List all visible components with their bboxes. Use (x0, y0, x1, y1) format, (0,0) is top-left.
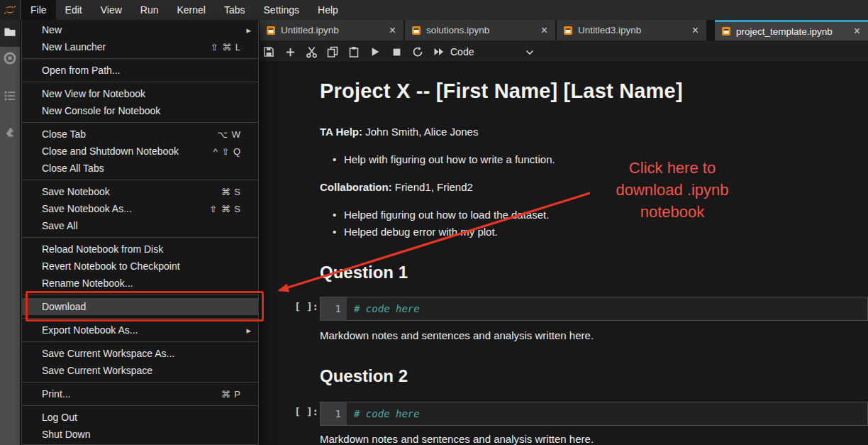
menu-item-close-and-shutdown-notebook[interactable]: Close and Shutdown Notebook ^ ⇧ Q (22, 143, 258, 160)
tab-solutions-ipynb[interactable]: solutions.ipynb × (405, 20, 555, 40)
cut-cells-icon[interactable] (303, 43, 320, 60)
paste-cells-icon[interactable] (345, 43, 362, 60)
menu-separator (22, 82, 258, 82)
tab-untitled-ipynb[interactable]: Untitled.ipynb × (260, 20, 404, 40)
markdown-cell[interactable]: Markdown notes and sentences and analysi… (320, 433, 594, 445)
file-menu-dropdown: New ▸ New Launcher ⇧ ⌘ L Open from Path.… (21, 20, 259, 445)
close-icon[interactable]: × (387, 24, 398, 37)
menu-item-print[interactable]: Print... ⌘ P (22, 385, 258, 402)
bullet-icon: • (333, 226, 344, 238)
menu-item-new-launcher[interactable]: New Launcher ⇧ ⌘ L (22, 38, 258, 55)
menu-file[interactable]: File (21, 0, 56, 20)
menu-item-reload-notebook-from-disk[interactable]: Reload Notebook from Disk (22, 241, 258, 258)
question-2-heading: Question 2 (320, 366, 408, 386)
markdown-cell[interactable]: Markdown notes and sentences and analysi… (320, 329, 594, 341)
close-icon[interactable]: × (690, 24, 701, 37)
menu-separator (22, 122, 258, 123)
menu-separator (22, 405, 258, 406)
notebook-icon (721, 26, 731, 36)
code-cell[interactable]: 1 # code here (320, 402, 868, 426)
menu-item-export-notebook-as[interactable]: Export Notebook As... ▸ (22, 322, 258, 339)
tab-untitled3-ipynb[interactable]: Untitled3.ipynb × (557, 20, 706, 40)
run-all-cells-icon[interactable] (430, 43, 447, 60)
notebook-icon (266, 26, 276, 35)
menu-help[interactable]: Help (308, 0, 347, 20)
line-number: 1 (321, 297, 347, 320)
notebook-title: Project X -- [First Name] [Last Name] (320, 79, 683, 103)
close-icon[interactable]: × (539, 24, 550, 37)
menu-item-close-all-tabs[interactable]: Close All Tabs (22, 160, 258, 177)
menu-item-open-from-path[interactable]: Open from Path... (22, 62, 258, 79)
notebook-icon (563, 26, 573, 35)
stop-circle-icon (3, 51, 17, 68)
menu-separator (22, 382, 258, 383)
cell-type-value: Code (450, 46, 474, 57)
list-icon (4, 89, 16, 105)
restart-kernel-icon[interactable] (409, 43, 426, 60)
folder-icon (4, 26, 16, 40)
menu-item-new[interactable]: New ▸ (22, 21, 258, 38)
cell-prompt: [ ]: (287, 406, 318, 417)
sidebar-item-filebrowser[interactable] (0, 20, 20, 47)
tab-project-template-ipynb[interactable]: project_template.ipynb × (715, 20, 868, 40)
menu-kernel[interactable]: Kernel (167, 0, 214, 20)
jupyter-logo (0, 0, 21, 20)
main-menu-bar: File Edit View Run Kernel Tabs Settings … (0, 0, 868, 20)
notebook-icon (411, 26, 421, 35)
menu-run[interactable]: Run (131, 0, 168, 20)
menu-item-save-current-workspace[interactable]: Save Current Workspace (22, 362, 258, 379)
submenu-arrow-icon: ▸ (246, 325, 251, 336)
menu-item-new-console-for-notebook[interactable]: New Console for Notebook (22, 102, 258, 119)
cell-type-dropdown[interactable]: Code (446, 40, 538, 62)
submenu-arrow-icon: ▸ (246, 25, 251, 35)
menu-separator (22, 58, 258, 59)
puzzle-icon (4, 126, 16, 142)
code-editor-line[interactable]: # code here (347, 297, 867, 320)
collaboration-label: Collaboration: (320, 181, 392, 193)
list-item: • Help with figuring out how to write a … (333, 153, 555, 165)
jupyterlab-window: Project X -- [First Name] [Last Name] TA… (0, 0, 868, 445)
menu-separator (22, 237, 258, 238)
menu-separator (22, 180, 258, 180)
copy-cells-icon[interactable] (324, 43, 341, 60)
collaboration-value: Friend1, Friend2 (395, 181, 473, 193)
annotation-text: Click here to download .ipynb notebook (587, 157, 757, 223)
bullet-icon: • (333, 153, 344, 165)
add-cell-icon[interactable] (282, 43, 299, 60)
ta-help-label: TA Help: (320, 126, 362, 138)
annotation-highlight-box (26, 291, 264, 322)
menu-item-save-all[interactable]: Save All (22, 217, 258, 234)
menu-view[interactable]: View (91, 0, 131, 20)
close-icon[interactable]: × (852, 25, 862, 38)
list-item: • Helped debug error with my plot. (333, 226, 498, 238)
menu-item-save-notebook-as[interactable]: Save Notebook As... ⇧ ⌘ S (22, 200, 258, 217)
sidebar-item-running-sessions[interactable] (0, 51, 20, 68)
sidebar-item-extension-manager[interactable] (0, 126, 20, 142)
menu-item-shut-down[interactable]: Shut Down (22, 426, 258, 443)
ta-help-line: TA Help: John Smith, Alice Jones (320, 126, 478, 138)
menu-item-rename-notebook[interactable]: Rename Notebook... (22, 275, 258, 292)
sidebar-item-table-of-contents[interactable] (0, 89, 20, 105)
menu-item-log-out[interactable]: Log Out (22, 409, 258, 426)
menu-separator (22, 341, 258, 342)
menu-edit[interactable]: Edit (56, 0, 91, 20)
menu-settings[interactable]: Settings (255, 0, 309, 20)
left-sidebar (0, 20, 21, 445)
code-cell[interactable]: 1 # code here (320, 297, 868, 321)
ta-help-value: John Smith, Alice Jones (365, 126, 478, 138)
menu-tabs[interactable]: Tabs (215, 0, 255, 20)
run-cell-icon[interactable] (367, 43, 384, 60)
menu-item-save-notebook[interactable]: Save Notebook ⌘ S (22, 183, 258, 200)
menu-item-revert-notebook-to-checkpoint[interactable]: Revert Notebook to Checkpoint (22, 258, 258, 275)
stop-kernel-icon[interactable] (388, 43, 405, 60)
code-editor-line[interactable]: # code here (347, 402, 867, 425)
question-1-heading: Question 1 (320, 263, 408, 282)
list-item: • Helped figuring out how to load the da… (333, 209, 549, 221)
collaboration-line: Collaboration: Friend1, Friend2 (320, 181, 473, 193)
bullet-icon: • (333, 209, 344, 221)
menu-item-save-current-workspace-as[interactable]: Save Current Workspace As... (22, 345, 258, 362)
save-icon[interactable] (260, 43, 277, 60)
chevron-down-icon (525, 46, 534, 57)
menu-item-new-view-for-notebook[interactable]: New View for Notebook (22, 85, 258, 102)
menu-item-close-tab[interactable]: Close Tab ⌥ W (22, 126, 258, 143)
